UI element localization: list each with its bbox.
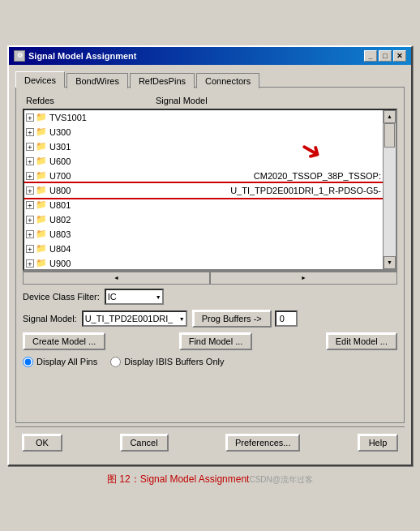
- expand-icon[interactable]: +: [26, 113, 34, 122]
- list-item[interactable]: +📁U700CM2020_TSSOP_38P_TSSOP:: [24, 169, 383, 183]
- list-item[interactable]: +📁U803: [24, 227, 383, 242]
- create-model-button[interactable]: Create Model ...: [23, 332, 105, 350]
- help-button[interactable]: Help: [358, 434, 398, 452]
- scroll-track: [384, 148, 396, 256]
- col-header-signal: Signal Model: [156, 96, 394, 105]
- expand-icon[interactable]: +: [26, 157, 34, 165]
- app-icon: ⚙: [14, 50, 25, 62]
- expand-icon[interactable]: +: [26, 230, 34, 238]
- tab-bar: Devices BondWires RefDesPins Connectors: [15, 71, 405, 88]
- signal-model-label: Signal Model:: [23, 314, 77, 323]
- radio-display-ibis[interactable]: Display IBIS Buffers Only: [110, 357, 224, 367]
- title-bar: ⚙ Signal Model Assignment _ □ ✕: [9, 47, 411, 65]
- scroll-right-button[interactable]: ►: [210, 272, 397, 285]
- folder-icon: 📁: [36, 112, 47, 122]
- folder-icon: 📁: [36, 214, 47, 225]
- window-title: Signal Model Assignment: [28, 51, 136, 61]
- signal-model-row: Signal Model: U_TI_TPD2E001DRI_1 Prog Bu…: [23, 310, 397, 328]
- expand-icon[interactable]: +: [26, 128, 34, 136]
- signal-model-select[interactable]: U_TI_TPD2E001DRI_1: [82, 310, 187, 327]
- tab-connectors[interactable]: Connectors: [196, 73, 259, 88]
- vertical-scrollbar[interactable]: ▲ ▼: [383, 110, 396, 269]
- scroll-thumb[interactable]: [384, 123, 395, 148]
- scroll-up-button[interactable]: ▲: [384, 110, 396, 123]
- bottom-buttons-row: OK Cancel Preferences... Help: [15, 426, 405, 458]
- scroll-down-button[interactable]: ▼: [384, 256, 396, 269]
- expand-icon[interactable]: +: [26, 172, 34, 180]
- expand-icon[interactable]: +: [26, 216, 34, 224]
- title-controls: _ □ ✕: [364, 50, 406, 62]
- folder-icon: 📁: [36, 156, 47, 166]
- item-label: U301: [49, 142, 147, 152]
- expand-icon[interactable]: +: [26, 201, 34, 209]
- folder-icon: 📁: [36, 170, 47, 181]
- device-class-filter-wrapper: IC IO Discrete Connector Other: [105, 289, 164, 305]
- folder-icon: 📁: [36, 141, 47, 152]
- list-item[interactable]: +📁U600: [24, 154, 383, 169]
- figure-caption: 图 12：Signal Model AssignmentCSDN@流年过客: [107, 473, 313, 486]
- scroll-left-button[interactable]: ◄: [23, 272, 210, 285]
- folder-icon: 📁: [36, 243, 47, 254]
- folder-icon: 📁: [36, 126, 47, 137]
- cancel-button[interactable]: Cancel: [120, 434, 169, 452]
- ok-button[interactable]: OK: [22, 434, 62, 452]
- list-item[interactable]: +📁U301: [24, 139, 383, 154]
- expand-icon[interactable]: +: [26, 143, 34, 151]
- list-item[interactable]: +📁U801: [24, 198, 383, 212]
- table-header: Refdes Signal Model: [23, 94, 397, 107]
- radio-all-pins-input[interactable]: [23, 357, 33, 367]
- device-class-filter-select[interactable]: IC IO Discrete Connector Other: [105, 289, 164, 305]
- radio-ibis-label: Display IBIS Buffers Only: [124, 357, 224, 366]
- list-item[interactable]: +📁U802: [24, 212, 383, 227]
- device-list[interactable]: +📁TVS1001+📁U300+📁U301+📁U600+📁U700CM2020_…: [24, 110, 383, 269]
- folder-icon: 📁: [36, 199, 47, 210]
- radio-display-all[interactable]: Display All Pins: [23, 357, 97, 367]
- folder-icon: 📁: [36, 229, 47, 239]
- item-signal: CM2020_TSSOP_38P_TSSOP:: [238, 171, 381, 181]
- horizontal-scrollbar[interactable]: ◄ ►: [23, 271, 397, 284]
- device-list-container[interactable]: +📁TVS1001+📁U300+📁U301+📁U600+📁U700CM2020_…: [23, 109, 397, 271]
- expand-icon[interactable]: +: [26, 259, 34, 268]
- prog-buffers-group: Prog Buffers ->: [192, 310, 298, 328]
- item-label: U803: [49, 229, 147, 239]
- display-options-row: Display All Pins Display IBIS Buffers On…: [23, 357, 397, 367]
- close-button[interactable]: ✕: [393, 50, 406, 62]
- list-item[interactable]: +📁U804: [24, 242, 383, 256]
- tab-refdes-pins[interactable]: RefDesPins: [130, 73, 195, 88]
- col-header-refdes: Refdes: [26, 96, 156, 105]
- device-class-filter-row: Device Class Filter: IC IO Discrete Conn…: [23, 289, 397, 305]
- folder-icon: 📁: [36, 185, 47, 195]
- expand-icon[interactable]: +: [26, 245, 34, 253]
- tab-bondwires[interactable]: BondWires: [66, 73, 128, 88]
- maximize-button[interactable]: □: [379, 50, 392, 62]
- empty-space: [23, 367, 397, 416]
- window-content: Devices BondWires RefDesPins Connectors …: [9, 65, 411, 465]
- prog-buffers-input[interactable]: [275, 310, 298, 327]
- prog-buffers-button[interactable]: Prog Buffers ->: [192, 310, 272, 328]
- caption-text: 图 12：Signal Model Assignment: [107, 473, 249, 485]
- radio-ibis-input[interactable]: [110, 357, 121, 367]
- item-label: U802: [49, 215, 147, 225]
- preferences-button[interactable]: Preferences...: [225, 434, 300, 452]
- tab-devices[interactable]: Devices: [15, 71, 65, 88]
- item-label: U800: [49, 186, 147, 195]
- find-model-button[interactable]: Find Model ...: [179, 332, 253, 350]
- item-label: U900: [49, 259, 147, 268]
- tab-content-devices: Refdes Signal Model +📁TVS1001+📁U300+📁U30…: [15, 87, 405, 423]
- radio-all-pins-label: Display All Pins: [36, 357, 97, 366]
- item-label: U300: [49, 127, 147, 137]
- minimize-button[interactable]: _: [364, 50, 377, 62]
- device-class-filter-label: Device Class Filter:: [23, 292, 100, 302]
- caption-suffix: CSDN@流年过客: [249, 475, 313, 484]
- item-signal: U_TI_TPD2E001DRI_1_R-PDSO-G5-: [214, 186, 381, 195]
- edit-model-button[interactable]: Edit Model ...: [326, 332, 397, 350]
- model-buttons-row: Create Model ... Find Model ... Edit Mod…: [23, 332, 397, 350]
- item-label: U804: [49, 244, 147, 254]
- signal-model-wrapper: U_TI_TPD2E001DRI_1: [82, 310, 187, 327]
- list-item[interactable]: +📁U300: [24, 125, 383, 139]
- expand-icon[interactable]: +: [26, 186, 34, 195]
- item-label: TVS1001: [49, 113, 147, 122]
- list-item[interactable]: +📁TVS1001: [24, 110, 383, 125]
- list-item[interactable]: +📁U800U_TI_TPD2E001DRI_1_R-PDSO-G5-: [24, 183, 383, 198]
- list-item[interactable]: +📁U900: [24, 256, 383, 269]
